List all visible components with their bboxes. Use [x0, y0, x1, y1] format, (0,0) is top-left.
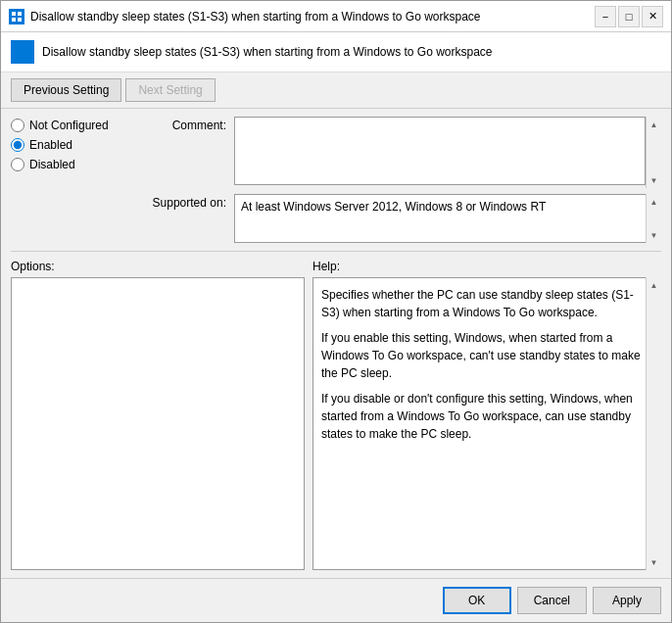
supported-row: Supported on: At least Windows Server 20… [138, 194, 661, 243]
left-panel: Not Configured Enabled Disabled [11, 117, 138, 243]
minimize-button[interactable]: − [595, 6, 616, 27]
header-banner: Disallow standby sleep states (S1-S3) wh… [1, 32, 671, 72]
previous-setting-button[interactable]: Previous Setting [11, 78, 121, 102]
main-window: Disallow standby sleep states (S1-S3) wh… [0, 0, 672, 623]
disabled-radio[interactable] [11, 158, 24, 171]
footer: OK Cancel Apply [1, 578, 671, 622]
supported-scroll-down[interactable]: ▼ [647, 227, 662, 243]
scroll-down-arrow[interactable]: ▼ [647, 172, 662, 188]
radio-group: Not Configured Enabled Disabled [11, 119, 138, 171]
disabled-label: Disabled [29, 158, 75, 171]
supported-label: Supported on: [138, 194, 226, 210]
cancel-button[interactable]: Cancel [517, 587, 587, 614]
svg-rect-5 [12, 41, 22, 51]
supported-value: At least Windows Server 2012, Windows 8 … [241, 199, 546, 216]
comment-wrapper: ▲ ▼ [234, 117, 661, 188]
options-label: Options: [11, 260, 305, 273]
help-scroll-down[interactable]: ▼ [647, 554, 662, 570]
window-title: Disallow standby sleep states (S1-S3) wh… [30, 10, 589, 24]
top-section: Not Configured Enabled Disabled Comment: [11, 117, 661, 243]
window-controls: − □ ✕ [595, 6, 663, 27]
supported-scrollbar[interactable]: ▲ ▼ [646, 194, 661, 243]
comment-row: Comment: ▲ ▼ [138, 117, 661, 188]
header-title: Disallow standby sleep states (S1-S3) wh… [42, 45, 493, 59]
toolbar: Previous Setting Next Setting [1, 72, 671, 109]
help-label: Help: [312, 260, 661, 273]
comment-scrollbar[interactable]: ▲ ▼ [646, 117, 661, 188]
not-configured-option[interactable]: Not Configured [11, 119, 138, 132]
svg-rect-3 [12, 18, 16, 22]
help-scroll-up[interactable]: ▲ [647, 277, 662, 293]
scroll-up-arrow[interactable]: ▲ [647, 117, 662, 132]
svg-rect-6 [24, 41, 33, 51]
svg-rect-2 [18, 12, 22, 16]
svg-rect-4 [18, 18, 22, 22]
help-scrollbar[interactable]: ▲ ▼ [646, 277, 661, 570]
svg-rect-1 [12, 12, 16, 16]
help-paragraph-2: If you enable this setting, Windows, whe… [321, 329, 641, 382]
enabled-radio[interactable] [11, 138, 24, 152]
ok-button[interactable]: OK [443, 587, 511, 614]
svg-rect-7 [12, 53, 22, 63]
options-box [11, 277, 305, 570]
divider [11, 251, 661, 252]
svg-rect-8 [24, 53, 33, 63]
not-configured-radio[interactable] [11, 119, 24, 132]
help-panel: Help: Specifies whether the PC can use s… [312, 260, 661, 570]
enabled-label: Enabled [29, 138, 72, 152]
supported-scroll-up[interactable]: ▲ [647, 194, 662, 210]
comment-label: Comment: [138, 117, 226, 132]
title-bar: Disallow standby sleep states (S1-S3) wh… [1, 1, 671, 32]
enabled-option[interactable]: Enabled [11, 138, 138, 152]
help-box: Specifies whether the PC can use standby… [312, 277, 661, 570]
comment-textarea[interactable] [234, 117, 646, 185]
not-configured-label: Not Configured [29, 119, 109, 132]
next-setting-button[interactable]: Next Setting [125, 78, 215, 102]
maximize-button[interactable]: □ [618, 6, 640, 27]
help-paragraph-1: Specifies whether the PC can use standby… [321, 286, 641, 321]
window-icon [9, 9, 24, 24]
disabled-option[interactable]: Disabled [11, 158, 138, 171]
close-button[interactable]: ✕ [642, 6, 663, 27]
right-panel: Comment: ▲ ▼ Supported on: At [138, 117, 661, 243]
apply-button[interactable]: Apply [593, 587, 661, 614]
content-area: Not Configured Enabled Disabled Comment: [1, 109, 671, 578]
options-panel: Options: [11, 260, 305, 570]
bottom-section: Options: Help: Specifies whether the PC … [11, 260, 661, 570]
help-paragraph-3: If you disable or don't configure this s… [321, 390, 641, 443]
header-icon [11, 40, 34, 64]
